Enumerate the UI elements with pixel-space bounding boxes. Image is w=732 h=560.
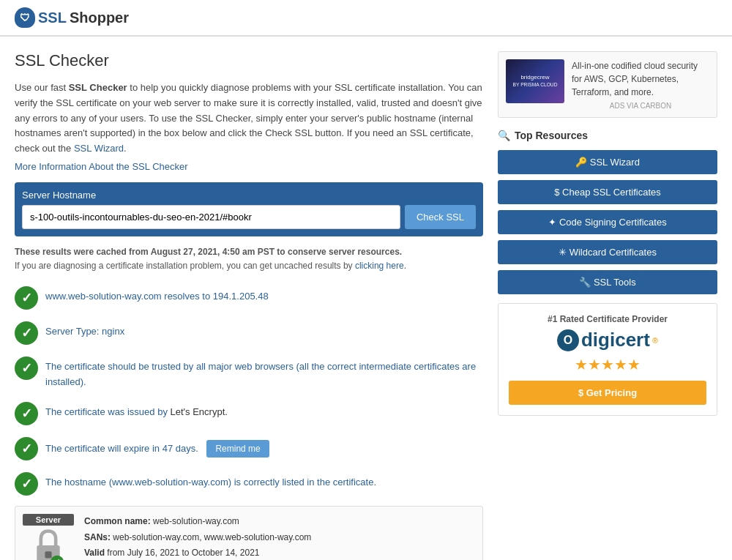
wildcard-resource-btn[interactable]: ✳ Wildcard Certificates [498,240,717,264]
svg-text:✓: ✓ [53,557,61,560]
cheap-ssl-resource-btn[interactable]: $ Cheap SSL Certificates [498,180,717,204]
lock-icon: ✓ [30,527,67,560]
get-pricing-button[interactable]: $ Get Pricing [509,381,706,405]
cache-notice-line2: If you are diagnosing a certificate inst… [15,261,406,271]
ssl-wizard-link[interactable]: SSL Wizard [74,143,124,154]
search-row: Check SSL [22,205,476,229]
svg-rect-1 [45,551,51,558]
result-text-3: The certificate should be trusted by all… [45,355,483,390]
result-item-6: ✓ The hostname (www.web-solution-way.com… [15,471,483,496]
top-resources-title: Top Resources [515,130,588,141]
digicert-stars: ★★★★★ [509,356,706,373]
check-icon-6: ✓ [15,472,38,496]
result-item-2: ✓ Server Type: nginx [15,320,483,345]
result-text-6: The hostname (www.web-solution-way.com) … [45,471,376,490]
result-item-5: ✓ The certificate will expire in 47 days… [15,436,483,460]
cert-details: Common name: web-solution-way.com SANs: … [84,514,321,560]
hostname-label: Server Hostname [22,190,476,201]
result-item-4: ✓ The certificate was issued by Let's En… [15,400,483,425]
cert-icon-wrap: Server ✓ [23,514,74,560]
cert-box: Server ✓ Common name: web-solution-way.c… [15,506,483,560]
search-box: Server Hostname Check SSL [15,182,483,236]
left-column: SSL Checker Use our fast SSL Checker to … [15,51,483,560]
result-text-2: Server Type: nginx [45,320,124,340]
code-signing-resource-btn[interactable]: ✦ Code Signing Certificates [498,210,717,234]
top-resources-header: 🔍 Top Resources [498,130,717,141]
result-item-1: ✓ www.web-solution-way.com resolves to 1… [15,285,483,310]
check-icon-2: ✓ [15,321,38,345]
ssl-wizard-resource-btn[interactable]: 🔑 SSL Wizard [498,150,717,174]
logo-ssl: SSL [38,10,67,26]
more-info-link[interactable]: More Information About the SSL Checker [15,161,483,172]
header: 🛡 SSL Shopper [0,0,732,36]
digicert-logo: O digicert ® [509,329,706,351]
check-icon-3: ✓ [15,356,38,380]
result-text-1: www.web-solution-way.com resolves to 194… [45,285,269,305]
remind-me-button[interactable]: Remind me [206,440,269,458]
result-text-5: The certificate will expire in 47 days. … [45,436,269,458]
logo[interactable]: 🛡 SSL Shopper [15,7,129,28]
check-icon-5: ✓ [15,437,38,460]
top-resources: 🔍 Top Resources 🔑 SSL Wizard $ Cheap SSL… [498,130,717,294]
description: Use our fast SSL Checker to help you qui… [15,81,483,157]
right-column: bridgecrewBY PRISMA CLOUD All-in-one cod… [498,51,717,560]
shield-icon: 🛡 [15,7,35,28]
results: ✓ www.web-solution-way.com resolves to 1… [15,285,483,496]
search-small-icon: 🔍 [498,130,510,141]
digicert-rated: #1 Rated Certificate Provider [509,314,706,324]
check-icon-4: ✓ [15,402,38,425]
cache-notice: These results were cached from August 27… [15,245,483,273]
ads-via-label: ADS VIA CARBON [572,102,709,110]
cert-label: Server [23,514,74,526]
ad-text: All-in-one codified cloud security for A… [572,59,709,99]
result-item-3: ✓ The certificate should be trusted by a… [15,355,483,390]
ssl-tools-resource-btn[interactable]: 🔧 SSL Tools [498,270,717,294]
ad-box: bridgecrewBY PRISMA CLOUD All-in-one cod… [498,51,717,118]
result-text-4: The certificate was issued by Let's Encr… [45,400,228,420]
page-title: SSL Checker [15,51,483,70]
check-icon-1: ✓ [15,286,38,310]
cache-notice-line1: These results were cached from August 27… [15,247,402,257]
ad-image: bridgecrewBY PRISMA CLOUD [506,59,564,103]
logo-shopper: Shopper [70,10,129,26]
digicert-box: #1 Rated Certificate Provider O digicert… [498,303,717,416]
clicking-here-link[interactable]: clicking here [355,261,404,271]
hostname-input[interactable] [22,205,400,229]
check-ssl-button[interactable]: Check SSL [405,205,476,229]
